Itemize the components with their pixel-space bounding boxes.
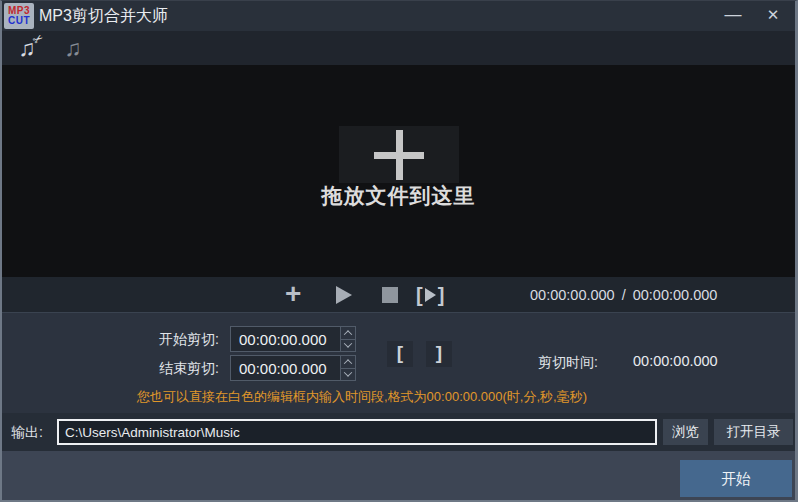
time-format-hint: 您也可以直接在白色的编辑框内输入时间段,格式为00:00:00.000(时,分,…: [2, 388, 722, 406]
app-window: MP3 CUT MP3剪切合并大师 — ✕ ♫ ✂ ♫ 拖放文件到这里 + [: [0, 0, 798, 502]
end-cut-label: 结束剪切:: [139, 355, 219, 381]
add-file-button[interactable]: +: [285, 277, 301, 313]
output-label: 输出:: [11, 413, 43, 451]
cut-mode-button[interactable]: ♫ ✂: [12, 33, 42, 63]
start-cut-spinner: [340, 326, 356, 352]
mark-start-button[interactable]: [: [387, 341, 413, 367]
output-row: 输出: 浏览 打开目录: [2, 413, 795, 451]
music-notes-icon: ♫: [64, 37, 81, 60]
footer-bar: 开始: [2, 451, 795, 500]
end-cut-field-group: [230, 355, 356, 381]
chevron-up-icon: [344, 330, 352, 338]
time-display: 00:00:00.000 / 00:00:00.000: [530, 277, 717, 313]
cut-duration-label: 剪切时间:: [538, 354, 598, 372]
open-directory-button[interactable]: 打开目录: [714, 419, 793, 445]
start-button[interactable]: 开始: [680, 460, 792, 497]
elapsed-time: 00:00:00.000: [530, 287, 615, 303]
start-cut-field-group: [230, 326, 356, 352]
start-spin-down-button[interactable]: [340, 340, 356, 353]
total-time: 00:00:00.000: [633, 287, 718, 303]
play-selection-button[interactable]: [ ]: [416, 277, 444, 313]
merge-mode-button[interactable]: ♫: [58, 33, 88, 63]
chevron-down-icon: [344, 340, 352, 348]
toolbar: ♫ ✂ ♫: [2, 31, 795, 65]
end-spin-up-button[interactable]: [340, 355, 356, 369]
titlebar[interactable]: MP3 CUT MP3剪切合并大师 — ✕: [2, 1, 795, 31]
window-title: MP3剪切合并大师: [39, 1, 168, 31]
end-spin-down-button[interactable]: [340, 369, 356, 382]
start-cut-label: 开始剪切:: [139, 326, 219, 352]
drop-zone-hint: 拖放文件到这里: [2, 182, 795, 210]
chevron-down-icon: [344, 369, 352, 377]
cut-duration-value: 00:00:00.000: [633, 353, 718, 369]
play-triangle-icon: [425, 288, 436, 302]
stop-button[interactable]: [382, 287, 398, 303]
mark-end-button[interactable]: ]: [426, 341, 452, 367]
browse-button[interactable]: 浏览: [663, 419, 708, 445]
add-file-area[interactable]: [339, 126, 459, 183]
chevron-up-icon: [344, 359, 352, 367]
bracket-left-glyph: [: [416, 284, 423, 307]
output-path-input[interactable]: [57, 419, 657, 445]
start-cut-input[interactable]: [230, 326, 340, 352]
bracket-right-glyph: ]: [438, 284, 445, 307]
app-logo-icon: MP3 CUT: [4, 3, 34, 29]
end-cut-input[interactable]: [230, 355, 340, 381]
logo-text-bottom: CUT: [8, 16, 30, 26]
file-drop-zone[interactable]: 拖放文件到这里: [2, 65, 795, 277]
plus-icon: [374, 130, 424, 180]
end-cut-spinner: [340, 355, 356, 381]
transport-bar: + [ ] 00:00:00.000 / 00:00:00.000: [2, 277, 795, 313]
cut-settings-panel: 开始剪切: 结束剪切: [ ] 剪切时间: 00:00:00.000 您也可以直…: [2, 314, 795, 413]
start-spin-up-button[interactable]: [340, 326, 356, 340]
time-separator: /: [622, 287, 626, 303]
close-button[interactable]: ✕: [756, 1, 790, 31]
play-button[interactable]: [336, 286, 352, 304]
minimize-button[interactable]: —: [716, 1, 750, 31]
